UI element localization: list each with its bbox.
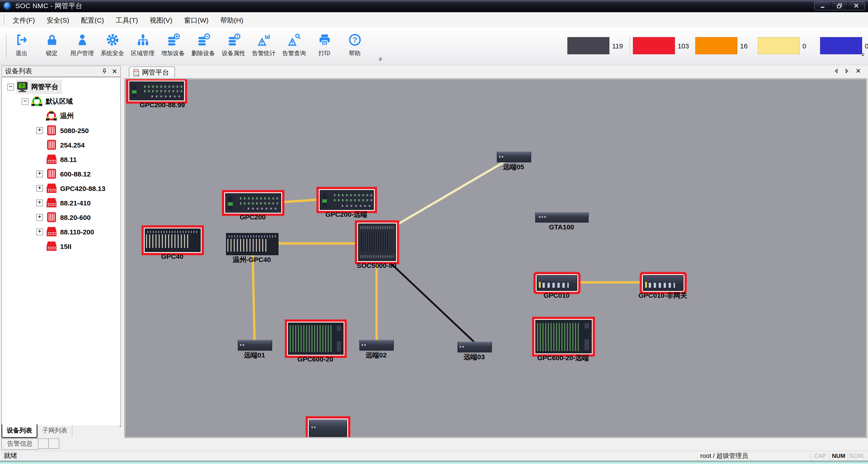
panel-tab-设备列表[interactable]: 设备列表 (1, 425, 37, 438)
tree-item-15II[interactable]: 15II (2, 239, 120, 253)
tree-expander[interactable]: + (36, 199, 43, 206)
alarm-count-2[interactable]: 16 (695, 37, 758, 54)
panel-bottom-tabs: 设备列表子网列表 (1, 425, 120, 437)
alarm-info-stubs (38, 438, 59, 450)
alarm-info-tab[interactable]: 告警信息 (1, 438, 38, 450)
topology-device-SOC5000-80[interactable] (358, 224, 396, 261)
shelf-red-icon (45, 197, 57, 209)
topology-device-GTA100[interactable] (535, 212, 589, 223)
tree-item-88.21-410[interactable]: + 88.21-410 (2, 196, 120, 210)
toolbar: 退出 锁定 用户管理 系统安全 区域管理 增加设备 删除设备 设备属性 告警统计… (0, 28, 868, 65)
prev-tab-button[interactable] (834, 68, 839, 74)
toolbar-button-device-add[interactable]: 增加设备 (158, 29, 188, 65)
alarm-count-0[interactable]: 119 (567, 37, 630, 54)
close-button[interactable] (848, 2, 864, 10)
topology-device-GPC200[interactable] (225, 193, 281, 213)
alarm-count-value: 16 (740, 42, 747, 50)
tree-item-88.20-600[interactable]: + 88.20-600 (2, 210, 120, 225)
restore-button[interactable] (831, 2, 848, 10)
toolbar-button-lock[interactable]: 锁定 (37, 29, 67, 65)
gear-icon (105, 32, 119, 48)
svg-text:?: ? (352, 35, 357, 44)
tree-expander[interactable]: − (22, 98, 29, 105)
toolbar-button-exit[interactable]: 退出 (6, 29, 37, 65)
toolbar-button-alarm-search[interactable]: 告警查询 (279, 29, 309, 65)
toolbar-button-gear[interactable]: 系统安全 (97, 29, 127, 65)
topology-device-温州-GPC40[interactable] (226, 233, 278, 255)
toolbar-button-alarm-stats[interactable]: 告警统计 (249, 29, 279, 65)
menu-items: 文件(F)安全(S)配置(C)工具(T)视图(V)窗口(W)帮助(H) (7, 12, 249, 27)
topology-canvas[interactable]: GPC200-88.99远端05GPC200GPC200-远端GTA100GPC… (125, 79, 866, 437)
lock-icon (45, 32, 59, 48)
toolbar-grip[interactable] (4, 34, 6, 58)
toolbar-button-user[interactable]: 用户管理 (67, 29, 97, 65)
menu-item-4[interactable]: 视图(V) (144, 12, 178, 27)
close-x-icon[interactable] (110, 68, 119, 75)
topology-device-GPC200-88.99[interactable] (129, 82, 184, 100)
close-tab-button[interactable] (855, 68, 861, 74)
workspace-tab[interactable]: DOC 网管平台 (129, 66, 175, 78)
toolbar-button-region-tree[interactable]: 区域管理 (127, 29, 158, 65)
tree-item-网管平台[interactable]: −? 网管平台 (2, 80, 120, 94)
topology-device-GPC010-非网关[interactable] (643, 275, 684, 291)
device-label: 远端02 (338, 351, 414, 360)
alarm-count-3[interactable]: 0 (758, 37, 820, 54)
tree-item-默认区域[interactable]: − 默认区域 (2, 94, 120, 109)
tree-item-5080-250[interactable]: + 5080-250 (2, 123, 120, 138)
menu-item-2[interactable]: 配置(C) (75, 12, 110, 27)
menu-item-1[interactable]: 安全(S) (41, 12, 75, 27)
topology-device-远端03[interactable] (458, 342, 492, 352)
topology-device-GPC40[interactable] (145, 229, 201, 252)
device-label: GPC010-非网关 (624, 291, 701, 300)
tree-expander[interactable]: + (36, 214, 43, 221)
tree-expander[interactable]: + (36, 170, 43, 177)
rack-red-icon (45, 124, 57, 137)
menubar-grip[interactable] (2, 15, 4, 25)
next-tab-button[interactable] (844, 68, 849, 74)
rack-red-icon (45, 139, 57, 151)
toolbar-button-help[interactable]: ?帮助 (340, 29, 370, 65)
toolbar-button-device-remove[interactable]: 删除设备 (188, 29, 218, 65)
rack-red-icon (45, 168, 57, 180)
topology-device-GPC600-20[interactable] (288, 323, 344, 355)
tree-expander[interactable]: − (7, 84, 14, 90)
tree-item-88.11[interactable]: 88.11 (2, 152, 120, 167)
tree-item-88.110-200[interactable]: + 88.110-200 (2, 225, 120, 239)
toolbar-button-print[interactable]: 打印 (309, 29, 340, 65)
shelf-red-icon (45, 153, 57, 165)
shelf-red-icon (45, 226, 57, 238)
alarm-summary-overflow-button[interactable] (860, 51, 865, 59)
topology-device-远端01[interactable] (238, 340, 272, 351)
menu-item-3[interactable]: 工具(T) (110, 12, 144, 27)
device-tree[interactable]: −? 网管平台 − 默认区域 温州 + 5080-250 254.254 88.… (1, 77, 121, 427)
tree-item-600-88.12[interactable]: + 600-88.12 (2, 167, 120, 181)
device-panel-title: 设备列表 (5, 67, 100, 76)
pin-icon[interactable] (100, 68, 108, 75)
topology-device-远端05[interactable] (497, 151, 531, 163)
tree-expander[interactable]: + (36, 228, 43, 235)
topology-device-远端02[interactable] (360, 340, 394, 351)
menu-item-0[interactable]: 文件(F) (7, 12, 41, 27)
minimize-button[interactable] (815, 2, 831, 10)
menu-item-5[interactable]: 窗口(W) (178, 12, 214, 27)
toolbar-overflow-button[interactable] (378, 56, 383, 64)
tree-item-254.254[interactable]: 254.254 (2, 138, 120, 152)
menu-item-6[interactable]: 帮助(H) (215, 12, 249, 27)
alarm-stub-0[interactable] (38, 438, 49, 449)
tree-item-GPC420-88.13[interactable]: + GPC420-88.13 (2, 181, 120, 196)
tree-expander[interactable]: + (36, 185, 43, 192)
device-remove-icon (196, 32, 210, 48)
tree-item-温州[interactable]: 温州 (2, 109, 120, 123)
device-label: 远端05 (475, 163, 552, 172)
alarm-count-1[interactable]: 103 (633, 37, 695, 54)
tree-expander[interactable]: + (36, 127, 43, 134)
panel-tab-子网列表[interactable]: 子网列表 (37, 425, 72, 437)
topology-device-GPC200-远端[interactable] (320, 190, 374, 210)
toolbar-button-device-props[interactable]: 设备属性 (218, 29, 249, 65)
topology-device-partial-15[interactable] (309, 419, 347, 437)
alarm-stub-1[interactable] (49, 438, 59, 449)
topology-device-GPC010[interactable] (537, 275, 577, 291)
topology-device-GPC600-20-远端[interactable] (535, 320, 592, 353)
workspace-tab-label: 网管平台 (142, 68, 169, 77)
user-icon (75, 32, 89, 48)
